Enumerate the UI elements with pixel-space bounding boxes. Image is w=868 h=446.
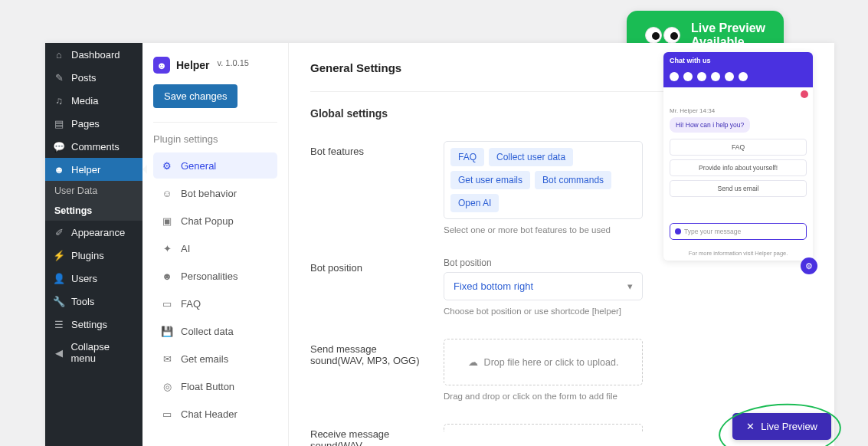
tag-get-user-emails[interactable]: Get user emails bbox=[450, 171, 530, 189]
float-icon: ◎ bbox=[161, 380, 173, 392]
plugin-sidebar: ☻ Helper v. 1.0.15 Save changes Plugin s… bbox=[142, 43, 289, 446]
chat-preview: Chat with us Mr. Helper 14:34 Hi! How ca… bbox=[663, 52, 813, 261]
chat-float-gear-icon: ⚙ bbox=[801, 257, 817, 274]
pin-icon: ✎ bbox=[53, 71, 65, 84]
receive-sound-label: Receive message sound(WAV, bbox=[310, 424, 425, 446]
gear-icon: ⚙ bbox=[161, 159, 173, 172]
comment-icon: 💬 bbox=[53, 140, 65, 152]
chat-input: Type your message bbox=[670, 223, 807, 240]
chat-bubble: Hi! How can i help you? bbox=[670, 117, 750, 133]
send-sound-dropzone[interactable]: ☁ Drop file here or click to upload. bbox=[444, 339, 643, 385]
sidebar-item-helper[interactable]: ☻Helper bbox=[45, 158, 142, 181]
plugin-nav-collect-data[interactable]: 💾Collect data bbox=[153, 318, 277, 344]
sidebar-item-comments[interactable]: 💬Comments bbox=[45, 135, 142, 158]
live-badge-line1: Live Preview bbox=[691, 21, 765, 35]
media-icon: ♫ bbox=[53, 94, 65, 107]
sliders-icon: ☰ bbox=[53, 318, 65, 330]
plugin-nav-ai[interactable]: ✦AI bbox=[153, 235, 277, 261]
cloud-upload-icon: ☁ bbox=[468, 356, 478, 368]
sidebar-sub-userdata[interactable]: User Data bbox=[45, 181, 142, 201]
chat-quick-faq: FAQ bbox=[670, 139, 807, 156]
plugin-nav-general[interactable]: ⚙General bbox=[153, 152, 277, 179]
sidebar-item-posts[interactable]: ✎Posts bbox=[45, 66, 142, 89]
plugin-nav-chat-header[interactable]: ▭Chat Header bbox=[153, 401, 277, 427]
send-sound-label: Send message sound(WAV, MP3, OGG) bbox=[310, 339, 425, 401]
plugin-nav-faq[interactable]: ▭FAQ bbox=[153, 290, 277, 316]
main-content: General Settings Global settings Bot fea… bbox=[289, 43, 834, 446]
sidebar-item-collapse[interactable]: ◀Collapse menu bbox=[45, 336, 142, 369]
chat-footer: For more information visit Helper page. bbox=[663, 246, 813, 261]
eyes-icon bbox=[645, 27, 680, 44]
bot-position-select-label: Bot position bbox=[444, 257, 643, 268]
brush-icon: ✐ bbox=[53, 226, 65, 238]
field-send-sound: Send message sound(WAV, MP3, OGG) ☁ Drop… bbox=[310, 339, 813, 401]
chat-preview-social-icons bbox=[663, 69, 813, 87]
tag-bot-commands[interactable]: Bot commands bbox=[535, 171, 611, 189]
plugin-nav-bot-behavior[interactable]: ☺Bot behavior bbox=[153, 180, 277, 206]
plugin-version: v. 1.0.15 bbox=[218, 58, 249, 67]
send-sound-help: Drag and drop or click on the form to ad… bbox=[444, 392, 643, 401]
save-icon: 💾 bbox=[161, 325, 173, 337]
plugin-nav-chat-popup[interactable]: ▣Chat Popup bbox=[153, 208, 277, 234]
chat-quick-info: Provide info about yourself! bbox=[670, 159, 807, 176]
sidebar-item-dashboard[interactable]: ⌂Dashboard bbox=[45, 43, 142, 66]
close-icon bbox=[801, 90, 808, 98]
tag-collect-user-data[interactable]: Collect user data bbox=[489, 148, 573, 166]
record-icon bbox=[675, 228, 681, 234]
receive-sound-dropzone[interactable] bbox=[444, 424, 643, 431]
chat-preview-close bbox=[663, 87, 813, 101]
plugin-logo-icon: ☻ bbox=[153, 57, 170, 74]
plugin-section-title: Plugin settings bbox=[153, 133, 277, 145]
sidebar-item-plugins[interactable]: ⚡Plugins bbox=[45, 244, 142, 267]
bot-features-help: Select one or more bot features to be us… bbox=[444, 225, 643, 234]
sidebar-helper-submenu: User Data Settings bbox=[45, 181, 142, 221]
page-icon: ▤ bbox=[53, 117, 65, 130]
sidebar-item-media[interactable]: ♫Media bbox=[45, 89, 142, 112]
popup-icon: ▣ bbox=[161, 215, 173, 227]
chat-stamp: Mr. Helper 14:34 bbox=[670, 107, 807, 114]
bot-features-label: Bot features bbox=[310, 141, 425, 234]
save-changes-button[interactable]: Save changes bbox=[153, 84, 237, 108]
faq-icon: ▭ bbox=[161, 297, 173, 310]
dashboard-icon: ⌂ bbox=[53, 48, 65, 61]
tag-faq[interactable]: FAQ bbox=[450, 148, 484, 166]
bot-features-tags[interactable]: FAQ Collect user data Get user emails Bo… bbox=[444, 141, 643, 219]
mask-icon: ☻ bbox=[161, 270, 173, 282]
sidebar-sub-settings[interactable]: Settings bbox=[45, 201, 142, 221]
ai-icon: ✦ bbox=[161, 242, 173, 254]
tag-open-ai[interactable]: Open AI bbox=[450, 194, 499, 212]
plug-icon: ⚡ bbox=[53, 249, 65, 261]
user-icon: 👤 bbox=[53, 272, 65, 284]
sidebar-item-users[interactable]: 👤Users bbox=[45, 267, 142, 290]
chevron-down-icon: ▾ bbox=[627, 280, 633, 292]
sidebar-item-tools[interactable]: 🔧Tools bbox=[45, 290, 142, 313]
sidebar-item-appearance[interactable]: ✐Appearance bbox=[45, 221, 142, 244]
helper-icon: ☻ bbox=[53, 163, 65, 175]
field-bot-position: Bot position Bot position Fixed bottom r… bbox=[310, 257, 813, 316]
sidebar-item-pages[interactable]: ▤Pages bbox=[45, 112, 142, 135]
bot-position-select[interactable]: Fixed bottom right ▾ bbox=[444, 272, 643, 300]
close-icon: ✕ bbox=[746, 421, 755, 432]
bot-position-label: Bot position bbox=[310, 257, 425, 316]
plugin-brand: ☻ Helper v. 1.0.15 bbox=[153, 57, 277, 74]
plugin-nav-float-button[interactable]: ◎Float Button bbox=[153, 373, 277, 399]
wrench-icon: 🔧 bbox=[53, 295, 65, 307]
chat-preview-header: Chat with us bbox=[663, 52, 813, 69]
mail-icon: ✉ bbox=[161, 353, 173, 365]
sidebar-item-settings[interactable]: ☰Settings bbox=[45, 313, 142, 336]
plugin-nav-personalities[interactable]: ☻Personalities bbox=[153, 263, 277, 289]
wp-admin-sidebar: ⌂Dashboard ✎Posts ♫Media ▤Pages 💬Comment… bbox=[45, 43, 142, 446]
collapse-icon: ◀ bbox=[53, 346, 64, 359]
live-preview-button[interactable]: ✕ Live Preview bbox=[732, 413, 831, 440]
smile-icon: ☺ bbox=[161, 187, 173, 199]
bot-position-help: Choose bot position or use shortcode [he… bbox=[444, 307, 643, 316]
plugin-nav-get-emails[interactable]: ✉Get emails bbox=[153, 346, 277, 372]
chat-quick-email: Send us email bbox=[670, 180, 807, 197]
header-icon: ▭ bbox=[161, 408, 173, 420]
